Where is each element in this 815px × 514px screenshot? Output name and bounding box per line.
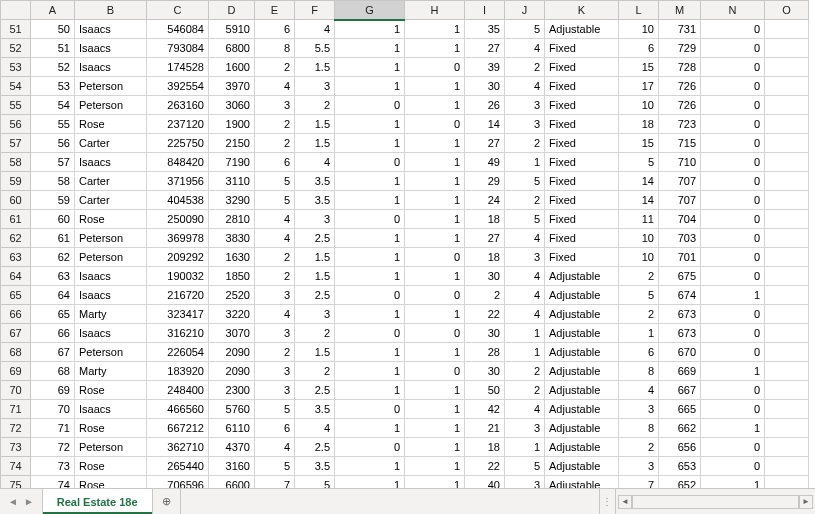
- cell[interactable]: Fixed: [545, 229, 619, 248]
- cell[interactable]: 216720: [147, 286, 209, 305]
- cell[interactable]: 0: [701, 267, 765, 286]
- cell[interactable]: 4: [295, 419, 335, 438]
- row-header[interactable]: 67: [1, 324, 31, 343]
- cell[interactable]: 62: [31, 248, 75, 267]
- column-header-C[interactable]: C: [147, 1, 209, 20]
- cell[interactable]: [765, 381, 809, 400]
- cell[interactable]: 0: [701, 58, 765, 77]
- cell[interactable]: Adjustable: [545, 362, 619, 381]
- scroll-right-icon[interactable]: ►: [799, 495, 813, 509]
- cell[interactable]: 1: [335, 115, 405, 134]
- cell[interactable]: Peterson: [75, 343, 147, 362]
- row-header[interactable]: 73: [1, 438, 31, 457]
- cell[interactable]: Peterson: [75, 248, 147, 267]
- cell[interactable]: 1: [335, 305, 405, 324]
- row-header[interactable]: 69: [1, 362, 31, 381]
- cell[interactable]: 10: [619, 96, 659, 115]
- next-sheet-icon[interactable]: ►: [24, 496, 34, 507]
- cell[interactable]: 39: [465, 58, 505, 77]
- cell[interactable]: [765, 362, 809, 381]
- cell[interactable]: Adjustable: [545, 343, 619, 362]
- cell[interactable]: 0: [701, 210, 765, 229]
- cell[interactable]: 1: [335, 191, 405, 210]
- spreadsheet-grid[interactable]: ABCDEFGHIJKLMNO 5150Isaacs54608459106411…: [0, 0, 809, 495]
- cell[interactable]: 1630: [209, 248, 255, 267]
- column-header-J[interactable]: J: [505, 1, 545, 20]
- cell[interactable]: Carter: [75, 191, 147, 210]
- cell[interactable]: 2520: [209, 286, 255, 305]
- cell[interactable]: 316210: [147, 324, 209, 343]
- cell[interactable]: 35: [465, 20, 505, 39]
- cell[interactable]: 183920: [147, 362, 209, 381]
- cell[interactable]: Isaacs: [75, 267, 147, 286]
- cell[interactable]: 0: [335, 96, 405, 115]
- cell[interactable]: 67: [31, 343, 75, 362]
- cell[interactable]: 729: [659, 39, 701, 58]
- cell[interactable]: 1600: [209, 58, 255, 77]
- cell[interactable]: 3160: [209, 457, 255, 476]
- cell[interactable]: [765, 20, 809, 39]
- row-header[interactable]: 63: [1, 248, 31, 267]
- cell[interactable]: 6800: [209, 39, 255, 58]
- cell[interactable]: 3970: [209, 77, 255, 96]
- cell[interactable]: 1.5: [295, 343, 335, 362]
- cell[interactable]: Adjustable: [545, 305, 619, 324]
- cell[interactable]: 546084: [147, 20, 209, 39]
- cell[interactable]: [765, 58, 809, 77]
- cell[interactable]: 0: [701, 229, 765, 248]
- cell[interactable]: 662: [659, 419, 701, 438]
- cell[interactable]: 18: [465, 248, 505, 267]
- cell[interactable]: Isaacs: [75, 400, 147, 419]
- cell[interactable]: 4: [619, 381, 659, 400]
- cell[interactable]: [765, 229, 809, 248]
- cell[interactable]: 3: [255, 324, 295, 343]
- cell[interactable]: Peterson: [75, 77, 147, 96]
- cell[interactable]: 0: [405, 58, 465, 77]
- cell[interactable]: 392554: [147, 77, 209, 96]
- cell[interactable]: 4: [295, 153, 335, 172]
- cell[interactable]: 653: [659, 457, 701, 476]
- cell[interactable]: 2090: [209, 362, 255, 381]
- column-header-L[interactable]: L: [619, 1, 659, 20]
- cell[interactable]: [765, 286, 809, 305]
- cell[interactable]: [765, 343, 809, 362]
- cell[interactable]: 2810: [209, 210, 255, 229]
- cell[interactable]: 59: [31, 191, 75, 210]
- cell[interactable]: 6: [255, 20, 295, 39]
- cell[interactable]: 5: [505, 172, 545, 191]
- cell[interactable]: 1: [405, 457, 465, 476]
- cell[interactable]: 1: [405, 96, 465, 115]
- cell[interactable]: 15: [619, 134, 659, 153]
- cell[interactable]: 30: [465, 267, 505, 286]
- cell[interactable]: 17: [619, 77, 659, 96]
- cell[interactable]: 715: [659, 134, 701, 153]
- cell[interactable]: 209292: [147, 248, 209, 267]
- cell[interactable]: 728: [659, 58, 701, 77]
- cell[interactable]: 5: [505, 210, 545, 229]
- cell[interactable]: 18: [619, 115, 659, 134]
- cell[interactable]: 8: [619, 419, 659, 438]
- cell[interactable]: 29: [465, 172, 505, 191]
- row-header[interactable]: 61: [1, 210, 31, 229]
- cell[interactable]: 1: [405, 191, 465, 210]
- cell[interactable]: Isaacs: [75, 286, 147, 305]
- cell[interactable]: 1: [505, 324, 545, 343]
- row-header[interactable]: 55: [1, 96, 31, 115]
- row-header[interactable]: 53: [1, 58, 31, 77]
- cell[interactable]: 3.5: [295, 172, 335, 191]
- row-header[interactable]: 71: [1, 400, 31, 419]
- cell[interactable]: 2150: [209, 134, 255, 153]
- cell[interactable]: 7190: [209, 153, 255, 172]
- column-header-E[interactable]: E: [255, 1, 295, 20]
- horizontal-scrollbar[interactable]: ◄ ►: [615, 489, 815, 514]
- cell[interactable]: 5: [255, 172, 295, 191]
- cell[interactable]: 0: [335, 400, 405, 419]
- cell[interactable]: 1: [335, 58, 405, 77]
- cell[interactable]: 3.5: [295, 400, 335, 419]
- cell[interactable]: Adjustable: [545, 324, 619, 343]
- row-header[interactable]: 59: [1, 172, 31, 191]
- cell[interactable]: 673: [659, 324, 701, 343]
- cell[interactable]: 2.5: [295, 381, 335, 400]
- cell[interactable]: 369978: [147, 229, 209, 248]
- cell[interactable]: 1: [405, 172, 465, 191]
